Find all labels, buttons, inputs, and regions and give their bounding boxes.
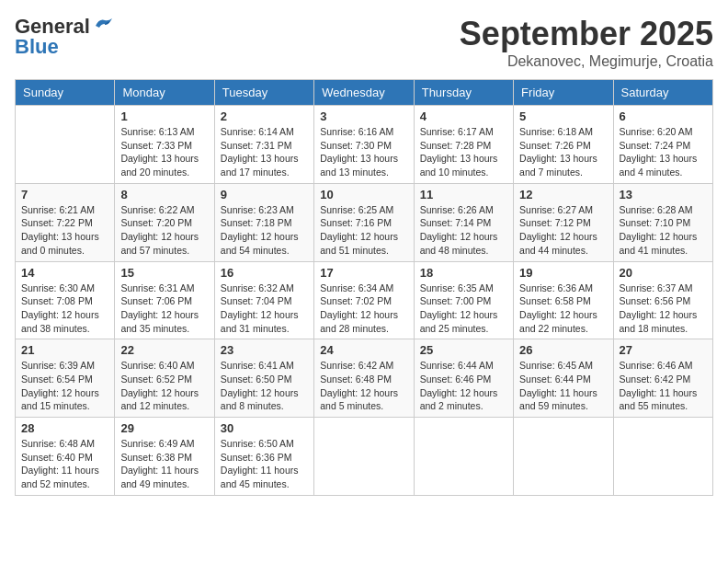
- day-number: 6: [620, 109, 707, 123]
- calendar-week-row: 7Sunrise: 6:21 AMSunset: 7:22 PMDaylight…: [16, 183, 713, 261]
- day-info: Sunrise: 6:26 AMSunset: 7:14 PMDaylight:…: [420, 203, 507, 258]
- calendar-table: SundayMondayTuesdayWednesdayThursdayFrid…: [15, 79, 713, 496]
- calendar-cell: 1Sunrise: 6:13 AMSunset: 7:33 PMDaylight…: [115, 106, 214, 184]
- day-number: 21: [21, 343, 108, 357]
- calendar-cell: 4Sunrise: 6:17 AMSunset: 7:28 PMDaylight…: [414, 106, 513, 184]
- day-info: Sunrise: 6:25 AMSunset: 7:16 PMDaylight:…: [320, 203, 407, 258]
- weekday-header-wednesday: Wednesday: [314, 80, 414, 106]
- weekday-header-sunday: Sunday: [16, 80, 115, 106]
- day-info: Sunrise: 6:35 AMSunset: 7:00 PMDaylight:…: [420, 282, 507, 336]
- day-info: Sunrise: 6:49 AMSunset: 6:38 PMDaylight:…: [120, 437, 208, 491]
- day-number: 16: [221, 266, 308, 280]
- calendar-cell: 15Sunrise: 6:31 AMSunset: 7:06 PMDayligh…: [115, 261, 214, 339]
- day-number: 18: [420, 266, 507, 280]
- day-number: 2: [221, 109, 308, 123]
- calendar-cell: [414, 418, 513, 496]
- day-number: 17: [320, 266, 407, 280]
- day-info: Sunrise: 6:17 AMSunset: 7:28 PMDaylight:…: [420, 125, 507, 179]
- calendar-cell: 25Sunrise: 6:44 AMSunset: 6:46 PMDayligh…: [414, 339, 513, 418]
- calendar-cell: 30Sunrise: 6:50 AMSunset: 6:36 PMDayligh…: [214, 418, 313, 496]
- calendar-cell: 2Sunrise: 6:14 AMSunset: 7:31 PMDaylight…: [214, 106, 313, 184]
- day-info: Sunrise: 6:41 AMSunset: 6:50 PMDaylight:…: [221, 359, 308, 413]
- calendar-cell: 17Sunrise: 6:34 AMSunset: 7:02 PMDayligh…: [314, 261, 414, 339]
- calendar-cell: 6Sunrise: 6:20 AMSunset: 7:24 PMDaylight…: [613, 106, 712, 184]
- day-number: 27: [620, 343, 707, 357]
- day-number: 11: [420, 188, 507, 201]
- logo: General Blue: [15, 15, 114, 59]
- day-number: 10: [320, 188, 407, 201]
- day-info: Sunrise: 6:21 AMSunset: 7:22 PMDaylight:…: [21, 203, 108, 258]
- day-info: Sunrise: 6:22 AMSunset: 7:20 PMDaylight:…: [120, 203, 208, 258]
- calendar-cell: 19Sunrise: 6:36 AMSunset: 6:58 PMDayligh…: [514, 261, 613, 339]
- day-number: 23: [221, 343, 308, 357]
- calendar-cell: 7Sunrise: 6:21 AMSunset: 7:22 PMDaylight…: [16, 183, 115, 261]
- calendar-cell: 22Sunrise: 6:40 AMSunset: 6:52 PMDayligh…: [115, 339, 214, 418]
- day-number: 20: [620, 266, 707, 280]
- day-number: 13: [620, 188, 707, 201]
- day-info: Sunrise: 6:30 AMSunset: 7:08 PMDaylight:…: [21, 282, 108, 336]
- calendar-cell: 10Sunrise: 6:25 AMSunset: 7:16 PMDayligh…: [314, 183, 414, 261]
- day-info: Sunrise: 6:13 AMSunset: 7:33 PMDaylight:…: [120, 125, 208, 179]
- weekday-header-monday: Monday: [115, 80, 214, 106]
- page-header: General Blue September 2025 Dekanovec, M…: [15, 15, 713, 70]
- day-number: 12: [519, 188, 607, 201]
- calendar-cell: 29Sunrise: 6:49 AMSunset: 6:38 PMDayligh…: [115, 418, 214, 496]
- day-info: Sunrise: 6:44 AMSunset: 6:46 PMDaylight:…: [420, 359, 507, 413]
- calendar-cell: 13Sunrise: 6:28 AMSunset: 7:10 PMDayligh…: [613, 183, 712, 261]
- day-info: Sunrise: 6:16 AMSunset: 7:30 PMDaylight:…: [320, 125, 407, 179]
- calendar-cell: 21Sunrise: 6:39 AMSunset: 6:54 PMDayligh…: [16, 339, 115, 418]
- calendar-cell: 11Sunrise: 6:26 AMSunset: 7:14 PMDayligh…: [414, 183, 513, 261]
- weekday-header-row: SundayMondayTuesdayWednesdayThursdayFrid…: [16, 80, 713, 106]
- day-info: Sunrise: 6:40 AMSunset: 6:52 PMDaylight:…: [120, 359, 208, 413]
- day-number: 29: [120, 421, 208, 435]
- day-number: 24: [320, 343, 407, 357]
- day-number: 1: [120, 109, 208, 123]
- calendar-cell: 18Sunrise: 6:35 AMSunset: 7:00 PMDayligh…: [414, 261, 513, 339]
- day-info: Sunrise: 6:50 AMSunset: 6:36 PMDaylight:…: [221, 437, 308, 491]
- day-info: Sunrise: 6:27 AMSunset: 7:12 PMDaylight:…: [519, 203, 607, 258]
- day-number: 19: [519, 266, 607, 280]
- day-number: 25: [420, 343, 507, 357]
- day-info: Sunrise: 6:39 AMSunset: 6:54 PMDaylight:…: [21, 359, 108, 413]
- day-number: 30: [221, 421, 308, 435]
- title-area: September 2025 Dekanovec, Megimurje, Cro…: [460, 15, 713, 70]
- day-number: 7: [21, 188, 108, 201]
- logo-bird-icon: [94, 17, 114, 33]
- calendar-week-row: 14Sunrise: 6:30 AMSunset: 7:08 PMDayligh…: [16, 261, 713, 339]
- day-info: Sunrise: 6:34 AMSunset: 7:02 PMDaylight:…: [320, 282, 407, 336]
- weekday-header-saturday: Saturday: [613, 80, 712, 106]
- day-number: 8: [120, 188, 208, 201]
- weekday-header-thursday: Thursday: [414, 80, 513, 106]
- calendar-cell: 14Sunrise: 6:30 AMSunset: 7:08 PMDayligh…: [16, 261, 115, 339]
- day-number: 3: [320, 109, 407, 123]
- day-number: 5: [519, 109, 607, 123]
- logo-blue-text: Blue: [15, 35, 59, 59]
- calendar-cell: 9Sunrise: 6:23 AMSunset: 7:18 PMDaylight…: [214, 183, 313, 261]
- calendar-cell: 8Sunrise: 6:22 AMSunset: 7:20 PMDaylight…: [115, 183, 214, 261]
- day-info: Sunrise: 6:31 AMSunset: 7:06 PMDaylight:…: [120, 282, 208, 336]
- day-number: 14: [21, 266, 108, 280]
- calendar-cell: [613, 418, 712, 496]
- day-info: Sunrise: 6:18 AMSunset: 7:26 PMDaylight:…: [519, 125, 607, 179]
- calendar-cell: 24Sunrise: 6:42 AMSunset: 6:48 PMDayligh…: [314, 339, 414, 418]
- calendar-cell: [314, 418, 414, 496]
- calendar-cell: [16, 106, 115, 184]
- location-subtitle: Dekanovec, Megimurje, Croatia: [460, 53, 713, 70]
- weekday-header-tuesday: Tuesday: [214, 80, 313, 106]
- calendar-cell: 20Sunrise: 6:37 AMSunset: 6:56 PMDayligh…: [613, 261, 712, 339]
- calendar-cell: 23Sunrise: 6:41 AMSunset: 6:50 PMDayligh…: [214, 339, 313, 418]
- day-info: Sunrise: 6:28 AMSunset: 7:10 PMDaylight:…: [620, 203, 707, 258]
- day-info: Sunrise: 6:42 AMSunset: 6:48 PMDaylight:…: [320, 359, 407, 413]
- calendar-week-row: 21Sunrise: 6:39 AMSunset: 6:54 PMDayligh…: [16, 339, 713, 418]
- day-info: Sunrise: 6:32 AMSunset: 7:04 PMDaylight:…: [221, 282, 308, 336]
- calendar-cell: [514, 418, 613, 496]
- day-info: Sunrise: 6:37 AMSunset: 6:56 PMDaylight:…: [620, 282, 707, 336]
- month-year-title: September 2025: [460, 15, 713, 53]
- day-number: 9: [221, 188, 308, 201]
- day-number: 22: [120, 343, 208, 357]
- calendar-cell: 5Sunrise: 6:18 AMSunset: 7:26 PMDaylight…: [514, 106, 613, 184]
- calendar-week-row: 1Sunrise: 6:13 AMSunset: 7:33 PMDaylight…: [16, 106, 713, 184]
- calendar-cell: 12Sunrise: 6:27 AMSunset: 7:12 PMDayligh…: [514, 183, 613, 261]
- calendar-cell: 26Sunrise: 6:45 AMSunset: 6:44 PMDayligh…: [514, 339, 613, 418]
- day-info: Sunrise: 6:48 AMSunset: 6:40 PMDaylight:…: [21, 437, 108, 491]
